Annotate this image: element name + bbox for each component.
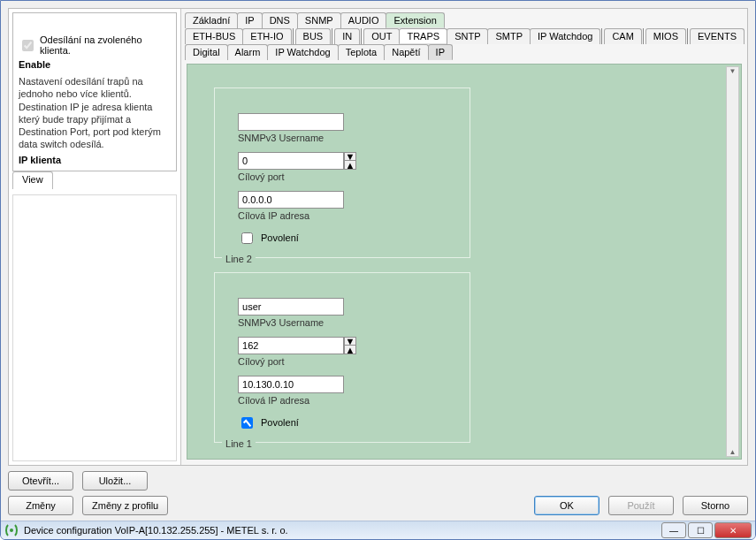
line1-port-input[interactable] xyxy=(238,337,344,354)
line2-povoleni-row: Povolení xyxy=(238,230,447,247)
tab-eth-bus[interactable]: ETH-BUS xyxy=(185,28,243,44)
window-title: Device configuration VoIP-A[10.132.255.2… xyxy=(24,525,661,536)
line1-port-label: Cílový port xyxy=(238,356,447,367)
line2-port-input[interactable] xyxy=(238,152,344,170)
line2-povoleni-label: Povolení xyxy=(261,233,299,244)
line1-fieldset: Line 1 Povolení Cílová IP adresa Cílový … xyxy=(214,272,470,443)
left-blank-area xyxy=(12,194,177,461)
ulozit-button[interactable]: Uložit... xyxy=(82,471,148,491)
line2-ip-input[interactable] xyxy=(238,191,344,209)
content-area: View IP klienta Nastavení odesílání trap… xyxy=(8,8,748,466)
app-icon xyxy=(4,523,19,537)
line2-port-row: Cílový port ▲ ▼ xyxy=(238,152,447,182)
zmeny-button[interactable]: Změny xyxy=(8,496,73,515)
tab-in[interactable]: IN xyxy=(334,28,360,44)
extension-tabs: ETH-BUS ETH-IO BUS IN OUT TRAPS SNTP SMT… xyxy=(185,28,744,44)
help-enable-desc: Odesílání na zvoleného klienta. xyxy=(40,34,171,56)
form-scroll-area[interactable]: Line 1 Povolení Cílová IP adresa Cílový … xyxy=(187,64,742,460)
ok-button[interactable]: OK xyxy=(534,496,599,515)
line2-ip-row: Cílová IP adresa xyxy=(238,191,447,221)
maximize-button[interactable]: ☐ xyxy=(688,522,713,538)
zmeny-z-profilu-button[interactable]: Změny z profilu xyxy=(82,496,168,515)
help-text: Nastavení odesílání trapů na jednoho neb… xyxy=(19,75,171,151)
close-button[interactable]: ✕ xyxy=(714,522,752,538)
line2-port-label: Cílový port xyxy=(238,171,447,182)
help-enable-checkbox xyxy=(22,40,34,51)
toolbar-row-2: Otevřít... Uložit... xyxy=(1,466,755,491)
line2-port-spin-buttons: ▲ ▼ xyxy=(344,152,356,170)
tab-ext-ipwatchdog[interactable]: IP Watchdog xyxy=(530,28,600,44)
line1-ip-row: Cílová IP adresa xyxy=(238,376,447,406)
line2-port-spin-down[interactable]: ▼ xyxy=(344,152,356,161)
tab-events[interactable]: EVENTS xyxy=(690,28,745,44)
tab-traps[interactable]: TRAPS xyxy=(399,28,447,44)
app-window: Device configuration VoIP-A[10.132.255.2… xyxy=(0,0,756,540)
help-enable-row: Odesílání na zvoleného klienta. xyxy=(19,34,171,56)
line2-user-label: SNMPv3 Username xyxy=(238,133,447,143)
tab-teplota[interactable]: Teplota xyxy=(338,44,385,60)
pouzit-button[interactable]: Použít xyxy=(608,496,674,515)
line1-ip-input[interactable] xyxy=(238,376,344,393)
top-tabs: Základní IP DNS SNMP AUDIO Extension xyxy=(185,12,744,28)
tab-ip[interactable]: IP xyxy=(237,12,262,28)
minimize-button[interactable]: — xyxy=(661,522,686,538)
tab-dns[interactable]: DNS xyxy=(262,12,298,28)
line1-povoleni-label: Povolení xyxy=(261,418,299,429)
tab-trap-ipwatchdog[interactable]: IP Watchdog xyxy=(267,44,338,60)
tab-snmp[interactable]: SNMP xyxy=(297,12,341,28)
view-tab-strip: View xyxy=(9,171,180,189)
tab-zakladni[interactable]: Základní xyxy=(185,12,238,28)
tab-alarm[interactable]: Alarm xyxy=(227,44,269,60)
form-scrollbar[interactable] xyxy=(726,66,739,457)
line2-user-row: SNMPv3 Username xyxy=(238,113,447,143)
line1-port-spin-buttons: ▲ ▼ xyxy=(344,337,356,354)
tab-out[interactable]: OUT xyxy=(363,28,400,44)
form-inner: Line 1 Povolení Cílová IP adresa Cílový … xyxy=(187,65,741,459)
line1-legend: Line 1 xyxy=(222,438,256,449)
help-enable-label: Enable xyxy=(19,59,171,70)
left-panel: View IP klienta Nastavení odesílání trap… xyxy=(9,9,181,465)
tab-digital[interactable]: Digital xyxy=(185,44,228,60)
tab-trap-ip[interactable]: IP xyxy=(428,44,453,60)
storno-button[interactable]: Storno xyxy=(683,496,748,515)
tab-sntp[interactable]: SNTP xyxy=(447,28,488,44)
right-panel: Line 1 Povolení Cílová IP adresa Cílový … xyxy=(181,9,747,465)
line1-user-input[interactable] xyxy=(238,298,344,316)
help-title: IP klienta xyxy=(19,155,171,165)
toolbar-row-1: Změny Změny z profilu OK Použít Storno xyxy=(1,491,755,521)
line1-port-row: Cílový port ▲ ▼ xyxy=(238,337,447,367)
line2-ip-label: Cílová IP adresa xyxy=(238,210,447,221)
titlebar: Device configuration VoIP-A[10.132.255.2… xyxy=(1,521,755,539)
window-controls: — ☐ ✕ xyxy=(661,522,752,538)
line1-povoleni-checkbox[interactable] xyxy=(241,417,253,429)
line1-port-spin-down[interactable]: ▼ xyxy=(344,337,356,346)
line2-port-spin-up[interactable]: ▲ xyxy=(344,161,356,170)
line2-fieldset: Line 2 Povolení Cílová IP adresa Cílový … xyxy=(214,87,470,258)
line1-user-row: SNMPv3 Username xyxy=(238,298,447,328)
line2-port-spinner: ▲ ▼ xyxy=(238,152,356,170)
tab-extension[interactable]: Extension xyxy=(386,12,444,28)
svg-point-0 xyxy=(10,529,13,532)
tab-bus[interactable]: BUS xyxy=(295,28,332,44)
line1-user-label: SNMPv3 Username xyxy=(238,317,447,328)
tab-napeti[interactable]: Napětí xyxy=(384,44,428,60)
tab-mios[interactable]: MIOS xyxy=(645,28,686,44)
line1-ip-label: Cílová IP adresa xyxy=(238,395,447,406)
trap-sub-tabs: Digital Alarm IP Watchdog Teplota Napětí… xyxy=(185,44,744,60)
line2-legend: Line 2 xyxy=(222,254,256,264)
main-stack: Line 1 Povolení Cílová IP adresa Cílový … xyxy=(185,12,744,461)
help-box: IP klienta Nastavení odesílání trapů na … xyxy=(12,12,177,171)
tab-eth-io[interactable]: ETH-IO xyxy=(242,28,291,44)
line1-port-spin-up[interactable]: ▲ xyxy=(344,346,356,354)
line1-port-spinner: ▲ ▼ xyxy=(238,337,356,354)
otevrit-button[interactable]: Otevřít... xyxy=(8,471,73,491)
tab-audio[interactable]: AUDIO xyxy=(340,12,387,28)
line2-povoleni-checkbox[interactable] xyxy=(241,232,253,244)
view-tab[interactable]: View xyxy=(12,171,53,189)
line1-povoleni-row: Povolení xyxy=(238,415,447,431)
tab-cam[interactable]: CAM xyxy=(604,28,641,44)
tab-smtp[interactable]: SMTP xyxy=(487,28,531,44)
line2-user-input[interactable] xyxy=(238,113,344,131)
